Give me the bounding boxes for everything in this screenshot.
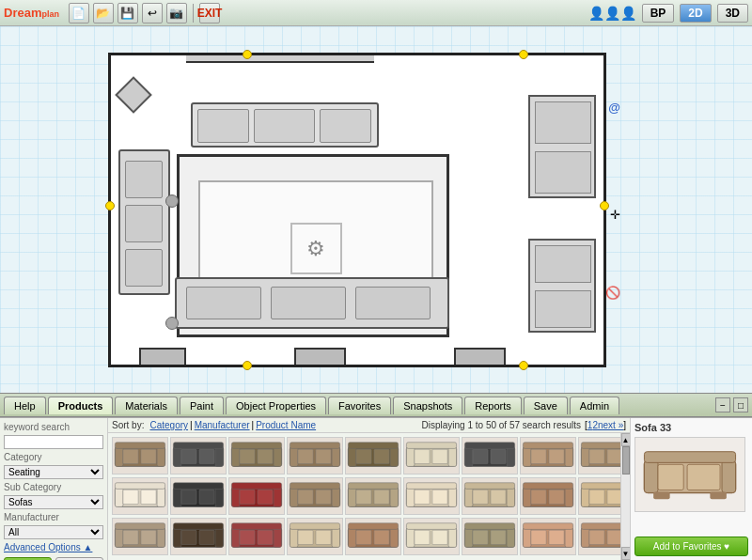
- manufacturer-select[interactable]: All: [4, 525, 103, 539]
- svg-rect-16: [258, 449, 273, 463]
- product-item[interactable]: [287, 437, 343, 474]
- product-item[interactable]: [228, 518, 285, 555]
- tab-paint[interactable]: Paint: [180, 397, 224, 414]
- tab-reports[interactable]: Reports: [464, 397, 522, 414]
- svg-rect-77: [231, 483, 281, 490]
- subcategory-select[interactable]: Sofas Chairs Sectionals: [4, 495, 103, 509]
- svg-rect-81: [298, 490, 313, 504]
- sort-category[interactable]: Category: [149, 420, 188, 430]
- product-item[interactable]: [578, 518, 620, 555]
- product-scrollbar[interactable]: ▲ ▼: [620, 433, 630, 560]
- svg-rect-46: [549, 449, 564, 463]
- svg-rect-8: [215, 447, 224, 467]
- product-item[interactable]: [170, 518, 227, 555]
- open-button[interactable]: 📂: [93, 3, 114, 23]
- svg-rect-19: [290, 447, 298, 467]
- undo-button[interactable]: ↩: [142, 3, 163, 23]
- product-item[interactable]: [403, 437, 460, 474]
- product-item[interactable]: [520, 437, 576, 474]
- product-item[interactable]: [462, 518, 518, 555]
- camera-button[interactable]: 📷: [166, 3, 187, 23]
- save-button[interactable]: 💾: [118, 3, 138, 23]
- scroll-up-button[interactable]: ▲: [621, 433, 631, 446]
- 2d-view-button[interactable]: 2D: [680, 4, 711, 23]
- scroll-thumb[interactable]: [622, 446, 630, 474]
- measure-dot-1: [243, 50, 252, 59]
- new-button[interactable]: 📄: [69, 3, 89, 23]
- product-item[interactable]: [403, 518, 460, 555]
- tab-snapshots[interactable]: Snapshots: [393, 397, 462, 414]
- scroll-track: [621, 446, 631, 547]
- sort-product-name[interactable]: Product Name: [256, 420, 316, 430]
- product-item[interactable]: [170, 477, 227, 515]
- product-item[interactable]: [462, 477, 518, 515]
- svg-rect-64: [141, 490, 156, 504]
- product-item[interactable]: [520, 518, 576, 555]
- product-item[interactable]: [287, 477, 343, 515]
- svg-rect-9: [181, 449, 196, 463]
- svg-rect-37: [464, 447, 473, 467]
- door-right: [454, 348, 506, 365]
- svg-rect-85: [348, 488, 356, 507]
- product-item[interactable]: [228, 437, 285, 474]
- product-item[interactable]: [287, 518, 343, 555]
- product-item[interactable]: [112, 477, 168, 515]
- bp-view-button[interactable]: BP: [642, 4, 675, 23]
- tab-products[interactable]: Products: [48, 397, 114, 414]
- svg-rect-185: [644, 452, 735, 463]
- tab-favorites[interactable]: Favorites: [328, 397, 391, 414]
- sort-manufacturer[interactable]: Manufacturer: [195, 420, 250, 430]
- product-item[interactable]: [170, 437, 227, 474]
- product-toolbar: Sort by: Category | Manufacturer | Produ…: [108, 418, 630, 433]
- product-item[interactable]: [520, 477, 576, 515]
- tab-materials[interactable]: Materials: [115, 397, 178, 414]
- product-item[interactable]: [462, 437, 518, 474]
- product-item[interactable]: [345, 477, 401, 515]
- canvas-area[interactable]: ⚙ @: [0, 26, 752, 393]
- measure-dot-6: [600, 201, 609, 210]
- svg-rect-7: [173, 447, 181, 467]
- svg-rect-89: [348, 483, 398, 490]
- product-item[interactable]: [578, 477, 620, 515]
- product-item[interactable]: [112, 518, 168, 555]
- advanced-options-link[interactable]: Advanced Options ▲: [4, 542, 103, 552]
- product-item[interactable]: [112, 437, 168, 474]
- keyword-input[interactable]: [4, 435, 103, 449]
- svg-rect-65: [115, 483, 164, 490]
- svg-rect-105: [531, 490, 546, 504]
- tab-save[interactable]: Save: [524, 397, 568, 414]
- svg-rect-33: [415, 449, 430, 463]
- scroll-down-button[interactable]: ▼: [621, 547, 631, 560]
- product-item[interactable]: [228, 477, 285, 515]
- product-item[interactable]: [345, 437, 401, 474]
- svg-rect-183: [658, 464, 683, 490]
- svg-rect-158: [507, 528, 515, 548]
- category-label: Category: [4, 452, 103, 462]
- maximize-button[interactable]: □: [733, 397, 748, 412]
- tabbar-controls: − □: [715, 397, 748, 412]
- add-to-favorites-button[interactable]: Add to Favorites ♥: [634, 537, 748, 556]
- svg-rect-11: [173, 443, 223, 449]
- at-icon: @: [608, 101, 620, 115]
- category-select[interactable]: Seating Tables Beds: [4, 465, 103, 479]
- tab-admin[interactable]: Admin: [570, 397, 619, 414]
- circle-indicator-2: [165, 317, 179, 330]
- product-item[interactable]: [578, 437, 620, 474]
- tab-help[interactable]: Help: [4, 397, 46, 414]
- product-item[interactable]: [345, 518, 401, 555]
- svg-rect-145: [348, 528, 356, 548]
- person-icons: 👤👤👤: [588, 6, 636, 21]
- minimize-button[interactable]: −: [715, 397, 730, 412]
- product-item[interactable]: [403, 477, 460, 515]
- svg-rect-38: [507, 447, 515, 467]
- svg-rect-31: [406, 447, 415, 467]
- exit-button[interactable]: EXIT: [199, 3, 220, 23]
- tab-object-properties[interactable]: Object Properties: [226, 397, 326, 414]
- next-page-link[interactable]: next »: [598, 420, 623, 430]
- svg-rect-34: [432, 449, 447, 463]
- svg-rect-98: [507, 488, 515, 507]
- svg-rect-157: [464, 528, 473, 548]
- svg-rect-161: [464, 523, 514, 530]
- 3d-view-button[interactable]: 3D: [717, 4, 748, 23]
- svg-rect-123: [123, 530, 138, 544]
